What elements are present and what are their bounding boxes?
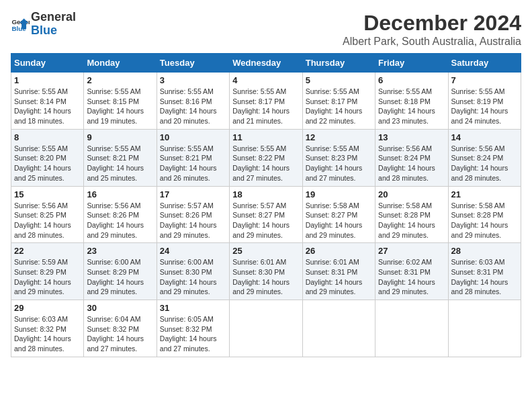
day-number: 21: [451, 189, 518, 199]
day-info: Sunrise: 6:02 AM Sunset: 8:31 PM Dayligh…: [378, 257, 445, 297]
day-info: Sunrise: 6:01 AM Sunset: 8:31 PM Dayligh…: [306, 257, 372, 297]
calendar-cell: 3Sunrise: 5:55 AM Sunset: 8:16 PM Daylig…: [157, 73, 229, 130]
day-number: 12: [306, 132, 372, 142]
day-info: Sunrise: 5:55 AM Sunset: 8:21 PM Dayligh…: [160, 144, 226, 183]
day-info: Sunrise: 5:55 AM Sunset: 8:14 PM Dayligh…: [14, 87, 81, 126]
day-info: Sunrise: 6:00 AM Sunset: 8:30 PM Dayligh…: [160, 257, 226, 297]
day-number: 11: [232, 132, 299, 142]
day-number: 30: [87, 303, 153, 313]
calendar-cell: 30Sunrise: 6:04 AM Sunset: 8:32 PM Dayli…: [84, 300, 157, 357]
day-info: Sunrise: 5:56 AM Sunset: 8:25 PM Dayligh…: [14, 201, 81, 240]
calendar-week-row: 15Sunrise: 5:56 AM Sunset: 8:25 PM Dayli…: [11, 186, 521, 243]
calendar-cell: [448, 300, 521, 357]
day-number: 17: [160, 189, 226, 199]
calendar-cell: 8Sunrise: 5:55 AM Sunset: 8:20 PM Daylig…: [11, 129, 84, 186]
calendar-week-row: 8Sunrise: 5:55 AM Sunset: 8:20 PM Daylig…: [11, 129, 521, 186]
day-number: 31: [160, 303, 226, 313]
day-number: 24: [160, 246, 226, 256]
calendar-cell: 5Sunrise: 5:55 AM Sunset: 8:17 PM Daylig…: [302, 73, 375, 130]
calendar-cell: 14Sunrise: 5:56 AM Sunset: 8:24 PM Dayli…: [448, 129, 521, 186]
calendar-cell: 11Sunrise: 5:55 AM Sunset: 8:22 PM Dayli…: [230, 129, 302, 186]
header-thursday: Thursday: [302, 54, 375, 73]
day-info: Sunrise: 5:55 AM Sunset: 8:17 PM Dayligh…: [232, 87, 299, 126]
location-title: Albert Park, South Australia, Australia: [343, 36, 521, 48]
month-title: December 2024: [343, 11, 521, 36]
day-info: Sunrise: 6:03 AM Sunset: 8:32 PM Dayligh…: [14, 314, 81, 354]
day-number: 26: [306, 246, 372, 256]
logo-icon: General Blue: [11, 15, 30, 34]
day-number: 7: [451, 75, 518, 85]
calendar-cell: 22Sunrise: 5:59 AM Sunset: 8:29 PM Dayli…: [11, 243, 84, 300]
calendar-cell: 17Sunrise: 5:57 AM Sunset: 8:26 PM Dayli…: [157, 186, 229, 243]
calendar-cell: [302, 300, 375, 357]
calendar-cell: 21Sunrise: 5:58 AM Sunset: 8:28 PM Dayli…: [448, 186, 521, 243]
day-info: Sunrise: 5:58 AM Sunset: 8:28 PM Dayligh…: [451, 201, 518, 240]
header-saturday: Saturday: [448, 54, 521, 73]
day-info: Sunrise: 5:59 AM Sunset: 8:29 PM Dayligh…: [14, 257, 81, 297]
day-number: 6: [378, 75, 445, 85]
calendar-week-row: 1Sunrise: 5:55 AM Sunset: 8:14 PM Daylig…: [11, 73, 521, 130]
day-info: Sunrise: 6:03 AM Sunset: 8:31 PM Dayligh…: [451, 257, 518, 297]
calendar-cell: 24Sunrise: 6:00 AM Sunset: 8:30 PM Dayli…: [157, 243, 229, 300]
calendar-cell: 2Sunrise: 5:55 AM Sunset: 8:15 PM Daylig…: [84, 73, 157, 130]
calendar-cell: 20Sunrise: 5:58 AM Sunset: 8:28 PM Dayli…: [375, 186, 448, 243]
day-info: Sunrise: 5:55 AM Sunset: 8:21 PM Dayligh…: [87, 144, 153, 183]
title-area: December 2024 Albert Park, South Austral…: [343, 11, 521, 48]
day-info: Sunrise: 5:55 AM Sunset: 8:22 PM Dayligh…: [232, 144, 299, 183]
day-number: 16: [87, 189, 153, 199]
header-tuesday: Tuesday: [157, 54, 229, 73]
logo: General Blue General Blue: [11, 11, 76, 38]
calendar-cell: 28Sunrise: 6:03 AM Sunset: 8:31 PM Dayli…: [448, 243, 521, 300]
day-info: Sunrise: 6:00 AM Sunset: 8:29 PM Dayligh…: [87, 257, 153, 297]
calendar-cell: 23Sunrise: 6:00 AM Sunset: 8:29 PM Dayli…: [84, 243, 157, 300]
calendar-week-row: 29Sunrise: 6:03 AM Sunset: 8:32 PM Dayli…: [11, 300, 521, 357]
logo-text-blue: Blue: [31, 24, 76, 38]
calendar-cell: 7Sunrise: 5:55 AM Sunset: 8:19 PM Daylig…: [448, 73, 521, 130]
day-number: 15: [14, 189, 81, 199]
day-number: 27: [378, 246, 445, 256]
day-info: Sunrise: 5:55 AM Sunset: 8:19 PM Dayligh…: [451, 87, 518, 126]
header-monday: Monday: [84, 54, 157, 73]
calendar-cell: 26Sunrise: 6:01 AM Sunset: 8:31 PM Dayli…: [302, 243, 375, 300]
day-number: 10: [160, 132, 226, 142]
day-info: Sunrise: 5:58 AM Sunset: 8:28 PM Dayligh…: [378, 201, 445, 240]
day-number: 28: [451, 246, 518, 256]
day-number: 19: [306, 189, 372, 199]
day-number: 22: [14, 246, 81, 256]
day-number: 5: [306, 75, 372, 85]
day-info: Sunrise: 5:55 AM Sunset: 8:20 PM Dayligh…: [14, 144, 81, 183]
calendar-header-row: SundayMondayTuesdayWednesdayThursdayFrid…: [11, 54, 521, 73]
day-info: Sunrise: 5:56 AM Sunset: 8:24 PM Dayligh…: [378, 144, 445, 183]
calendar-cell: 16Sunrise: 5:56 AM Sunset: 8:26 PM Dayli…: [84, 186, 157, 243]
day-info: Sunrise: 5:55 AM Sunset: 8:15 PM Dayligh…: [87, 87, 153, 126]
calendar-cell: 15Sunrise: 5:56 AM Sunset: 8:25 PM Dayli…: [11, 186, 84, 243]
day-number: 20: [378, 189, 445, 199]
day-number: 2: [87, 75, 153, 85]
day-info: Sunrise: 5:58 AM Sunset: 8:27 PM Dayligh…: [306, 201, 372, 240]
calendar-cell: 29Sunrise: 6:03 AM Sunset: 8:32 PM Dayli…: [11, 300, 84, 357]
day-number: 25: [232, 246, 299, 256]
header-friday: Friday: [375, 54, 448, 73]
day-number: 1: [14, 75, 81, 85]
day-number: 4: [232, 75, 299, 85]
day-info: Sunrise: 5:55 AM Sunset: 8:16 PM Dayligh…: [160, 87, 226, 126]
day-number: 13: [378, 132, 445, 142]
day-info: Sunrise: 5:55 AM Sunset: 8:23 PM Dayligh…: [306, 144, 372, 183]
calendar-cell: 9Sunrise: 5:55 AM Sunset: 8:21 PM Daylig…: [84, 129, 157, 186]
day-number: 18: [232, 189, 299, 199]
day-number: 29: [14, 303, 81, 313]
calendar-cell: 12Sunrise: 5:55 AM Sunset: 8:23 PM Dayli…: [302, 129, 375, 186]
calendar-cell: 6Sunrise: 5:55 AM Sunset: 8:18 PM Daylig…: [375, 73, 448, 130]
calendar-cell: 1Sunrise: 5:55 AM Sunset: 8:14 PM Daylig…: [11, 73, 84, 130]
header-wednesday: Wednesday: [230, 54, 302, 73]
calendar-table: SundayMondayTuesdayWednesdayThursdayFrid…: [11, 53, 521, 357]
calendar-cell: 18Sunrise: 5:57 AM Sunset: 8:27 PM Dayli…: [230, 186, 302, 243]
calendar-cell: 25Sunrise: 6:01 AM Sunset: 8:30 PM Dayli…: [230, 243, 302, 300]
day-info: Sunrise: 6:04 AM Sunset: 8:32 PM Dayligh…: [87, 314, 153, 354]
day-number: 14: [451, 132, 518, 142]
calendar-cell: 19Sunrise: 5:58 AM Sunset: 8:27 PM Dayli…: [302, 186, 375, 243]
day-number: 23: [87, 246, 153, 256]
calendar-cell: 10Sunrise: 5:55 AM Sunset: 8:21 PM Dayli…: [157, 129, 229, 186]
day-info: Sunrise: 5:56 AM Sunset: 8:26 PM Dayligh…: [87, 201, 153, 240]
day-info: Sunrise: 5:57 AM Sunset: 8:26 PM Dayligh…: [160, 201, 226, 240]
